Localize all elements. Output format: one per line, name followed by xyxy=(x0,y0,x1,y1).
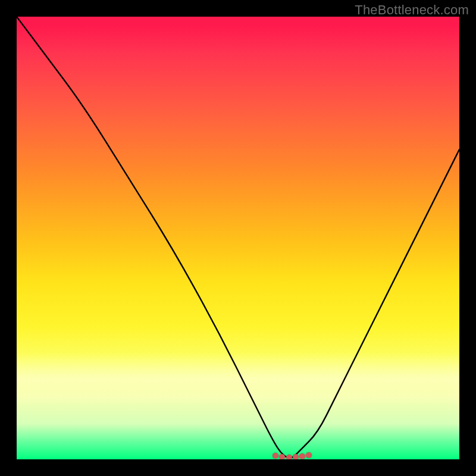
attribution-text: TheBottleneck.com xyxy=(355,2,469,18)
chart-frame: TheBottleneck.com xyxy=(0,0,476,476)
bottleneck-curve-svg xyxy=(17,17,459,459)
plot-area xyxy=(17,17,459,459)
bottleneck-curve xyxy=(17,17,459,458)
